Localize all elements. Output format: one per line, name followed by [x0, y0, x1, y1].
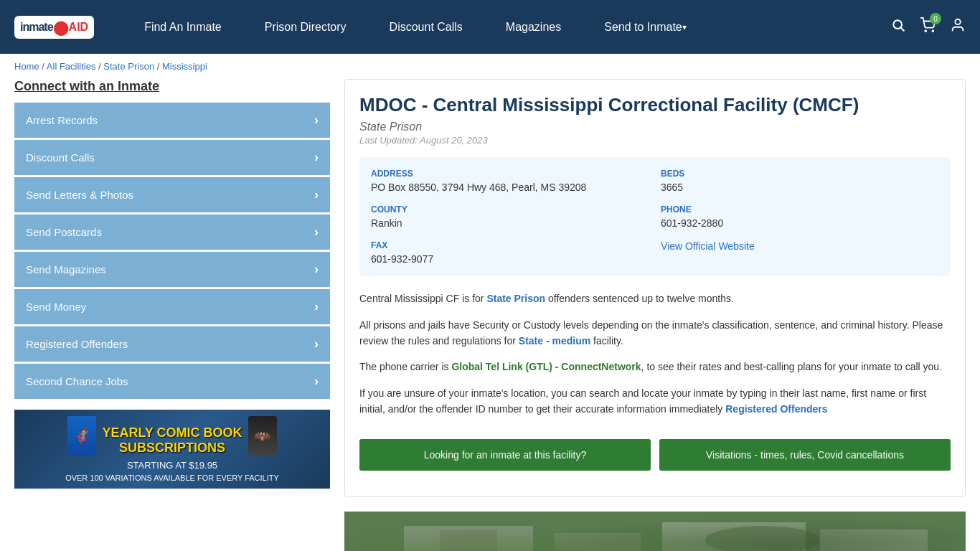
nav-discount-calls[interactable]: Discount Calls: [368, 0, 484, 54]
county-block: COUNTY Rankin: [371, 204, 649, 229]
address-label: ADDRESS: [371, 169, 649, 179]
svg-point-2: [925, 30, 926, 32]
arrow-icon: ›: [314, 150, 319, 165]
breadcrumb-mississippi[interactable]: Mississippi: [162, 61, 207, 72]
desc-para-1: Central Mississippi CF is for State Pris…: [359, 291, 951, 306]
sidebar-menu: Arrest Records › Discount Calls › Send L…: [14, 103, 330, 399]
nav-prison-directory[interactable]: Prison Directory: [243, 0, 368, 54]
sidebar-item-discount-calls[interactable]: Discount Calls ›: [14, 140, 330, 175]
nav-find-inmate[interactable]: Find An Inmate: [123, 0, 243, 54]
search-icon[interactable]: [891, 18, 905, 36]
state-medium-link[interactable]: State - medium: [519, 335, 590, 347]
cart-icon[interactable]: 0: [920, 17, 936, 37]
beds-block: BEDS 3665: [661, 169, 939, 193]
address-value: PO Box 88550, 3794 Hwy 468, Pearl, MS 39…: [371, 182, 649, 193]
website-link[interactable]: View Official Website: [661, 240, 755, 252]
sidebar-item-send-letters[interactable]: Send Letters & Photos ›: [14, 177, 330, 212]
arrow-icon: ›: [314, 225, 319, 240]
arrow-icon: ›: [314, 113, 319, 128]
arrow-icon: ›: [314, 336, 319, 352]
beds-label: BEDS: [661, 169, 939, 179]
photo-overlay: [344, 512, 966, 551]
facility-photo: [344, 512, 966, 551]
action-buttons: Looking for an inmate at this facility? …: [359, 439, 951, 471]
logo-dot: ⬤: [53, 19, 69, 36]
breadcrumb-home[interactable]: Home: [14, 61, 39, 72]
phone-value: 601-932-2880: [661, 217, 939, 229]
sidebar-item-registered-offenders[interactable]: Registered Offenders ›: [14, 326, 330, 362]
cart-badge: 0: [930, 13, 941, 24]
main-content: MDOC - Central Mississippi Correctional …: [344, 79, 966, 551]
svg-point-0: [893, 20, 902, 29]
sidebar-item-arrest-records[interactable]: Arrest Records ›: [14, 103, 330, 138]
main-nav: Find An Inmate Prison Directory Discount…: [123, 0, 891, 54]
phone-block: PHONE 601-932-2880: [661, 204, 939, 229]
website-block: View Official Website: [661, 240, 939, 265]
registered-offenders-link[interactable]: Registered Offenders: [725, 403, 827, 415]
desc-para-2: All prisons and jails have Security or C…: [359, 317, 951, 349]
desc-para-3: The phone carrier is Global Tel Link (GT…: [359, 359, 951, 375]
user-icon[interactable]: [950, 17, 966, 37]
find-inmate-button[interactable]: Looking for an inmate at this facility?: [359, 439, 651, 471]
breadcrumb-all-facilities[interactable]: All Facilities: [47, 61, 96, 72]
sidebar-item-send-money[interactable]: Send Money ›: [14, 289, 330, 324]
sidebar-item-second-chance-jobs[interactable]: Second Chance Jobs ›: [14, 364, 330, 399]
fax-value: 601-932-9077: [371, 253, 649, 265]
arrow-icon: ›: [314, 299, 319, 314]
logo-area[interactable]: inmate ⬤ AID: [14, 16, 101, 39]
sidebar: Connect with an Inmate Arrest Records › …: [14, 79, 330, 551]
state-prison-link[interactable]: State Prison: [486, 293, 545, 304]
svg-point-4: [955, 19, 960, 24]
ad-price: STARTING AT $19.95: [127, 460, 217, 471]
arrow-icon: ›: [314, 187, 319, 202]
sidebar-item-send-magazines[interactable]: Send Magazines ›: [14, 252, 330, 287]
nav-magazines[interactable]: Magazines: [484, 0, 583, 54]
county-label: COUNTY: [371, 204, 649, 215]
visitations-button[interactable]: Visitations - times, rules, Covid cancel…: [659, 439, 951, 471]
phone-label: PHONE: [661, 204, 939, 215]
site-header: inmate ⬤ AID Find An Inmate Prison Direc…: [0, 0, 980, 54]
connect-heading: Connect with an Inmate: [14, 79, 330, 94]
breadcrumb-state-prison[interactable]: State Prison: [103, 61, 154, 72]
breadcrumb: Home / All Facilities / State Prison / M…: [0, 54, 980, 79]
arrow-icon: ›: [314, 262, 319, 277]
gtl-link[interactable]: Global Tel Link (GTL) - ConnectNetwork: [451, 361, 641, 372]
facility-type: State Prison: [359, 121, 951, 133]
logo-text: inmate: [20, 21, 53, 34]
county-value: Rankin: [371, 217, 649, 229]
fax-label: FAX: [371, 240, 649, 250]
ad-title: YEARLY COMIC BOOK: [102, 425, 242, 441]
description: Central Mississippi CF is for State Pris…: [359, 291, 951, 438]
logo-aid: AID: [69, 21, 89, 34]
address-block: ADDRESS PO Box 88550, 3794 Hwy 468, Pear…: [371, 169, 649, 193]
arrow-icon: ›: [314, 374, 319, 389]
ad-title2: SUBSCRIPTIONS: [102, 441, 242, 456]
header-icons: 0: [891, 17, 966, 37]
facility-card: MDOC - Central Mississippi Correctional …: [344, 79, 966, 497]
ad-note: OVER 100 VARIATIONS AVAILABLE FOR EVERY …: [65, 474, 279, 482]
facility-title: MDOC - Central Mississippi Correctional …: [359, 94, 951, 116]
main-layout: Connect with an Inmate Arrest Records › …: [0, 79, 980, 551]
desc-para-4: If you are unsure of your inmate's locat…: [359, 385, 951, 418]
beds-value: 3665: [661, 182, 939, 193]
fax-block: FAX 601-932-9077: [371, 240, 649, 265]
svg-line-1: [901, 28, 905, 32]
sidebar-item-send-postcards[interactable]: Send Postcards ›: [14, 215, 330, 250]
nav-send-to-inmate[interactable]: Send to Inmate: [583, 0, 708, 54]
info-grid: ADDRESS PO Box 88550, 3794 Hwy 468, Pear…: [359, 157, 951, 276]
ad-banner[interactable]: 🦸 YEARLY COMIC BOOK SUBSCRIPTIONS 🦇 STAR…: [14, 410, 330, 489]
facility-updated: Last Updated: August 20, 2023: [359, 135, 951, 146]
svg-point-3: [932, 30, 933, 32]
